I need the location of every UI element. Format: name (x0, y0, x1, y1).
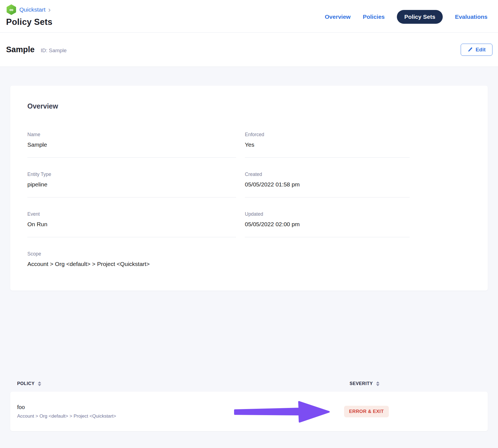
field-label: Event (27, 211, 236, 217)
breadcrumb: ∞ Quickstart › (6, 4, 53, 15)
field-value: Yes (245, 141, 410, 148)
field-value: Account > Org <default> > Project <Quick… (27, 261, 236, 267)
sort-up-down-icon[interactable] (376, 381, 379, 386)
severity-badge: ERROR & EXIT (344, 406, 389, 417)
policy-set-name: Sample (6, 45, 35, 54)
field-label: Scope (27, 251, 236, 257)
field-label: Updated (245, 211, 410, 217)
pencil-icon (468, 47, 473, 52)
policy-scope: Account > Org <default> > Project <Quick… (17, 413, 343, 419)
table-row[interactable]: foo Account > Org <default> > Project <Q… (10, 392, 488, 431)
field-scope: Scope Account > Org <default> > Project … (27, 251, 236, 267)
field-value: 05/05/2022 02:00 pm (245, 221, 410, 228)
field-label: Created (245, 172, 410, 177)
field-enforced: Enforced Yes (245, 132, 410, 158)
column-header-label: POLICY (17, 381, 35, 386)
breadcrumb-project-link[interactable]: Quickstart (19, 6, 46, 13)
policy-cell: foo Account > Org <default> > Project <Q… (10, 404, 343, 419)
nav-tabs: Overview Policies Policy Sets Evaluation… (325, 10, 487, 24)
column-header-label: SEVERITY (350, 381, 373, 386)
tab-evaluations[interactable]: Evaluations (455, 14, 487, 20)
overview-section-title: Overview (27, 102, 471, 110)
field-entity-type: Entity Type pipeline (27, 172, 236, 197)
project-hexagon-infinity-icon: ∞ (6, 4, 17, 15)
overview-left-column: Name Sample Entity Type pipeline Event O… (27, 132, 236, 267)
page-title: Policy Sets (6, 17, 53, 27)
field-value: On Run (27, 221, 236, 228)
field-name: Name Sample (27, 132, 236, 158)
field-created: Created 05/05/2022 01:58 pm (245, 172, 410, 197)
policy-set-id: ID: Sample (41, 48, 67, 54)
field-label: Entity Type (27, 172, 236, 177)
tab-overview[interactable]: Overview (325, 14, 350, 20)
edit-button[interactable]: Edit (461, 44, 492, 56)
svg-text:∞: ∞ (9, 7, 13, 13)
tab-policies[interactable]: Policies (363, 14, 385, 20)
field-value: 05/05/2022 01:58 pm (245, 181, 410, 188)
table-header-row: POLICY SEVERITY (10, 378, 488, 389)
sort-up-down-icon[interactable] (38, 381, 41, 386)
overview-card: Overview Name Sample Entity Type pipelin… (10, 86, 488, 291)
field-value: pipeline (27, 181, 236, 188)
top-header: ∞ Quickstart › Policy Sets Overview Poli… (0, 0, 498, 33)
policy-name: foo (17, 404, 343, 410)
entity-subheader: Sample ID: Sample Edit (0, 33, 498, 67)
column-header-policy[interactable]: POLICY (10, 381, 343, 386)
policies-table: POLICY SEVERITY foo Account > Org <defau… (10, 378, 488, 431)
field-label: Name (27, 132, 236, 138)
field-event: Event On Run (27, 211, 236, 237)
column-header-severity[interactable]: SEVERITY (343, 381, 488, 386)
overview-right-column: Enforced Yes Created 05/05/2022 01:58 pm… (245, 132, 410, 267)
header-left: ∞ Quickstart › Policy Sets (6, 4, 53, 29)
tab-policy-sets[interactable]: Policy Sets (397, 10, 443, 24)
field-label: Enforced (245, 132, 410, 138)
field-updated: Updated 05/05/2022 02:00 pm (245, 211, 410, 237)
field-value: Sample (27, 141, 236, 148)
edit-button-label: Edit (476, 47, 486, 53)
chevron-right-icon: › (48, 7, 51, 12)
overview-fields: Name Sample Entity Type pipeline Event O… (27, 132, 471, 267)
